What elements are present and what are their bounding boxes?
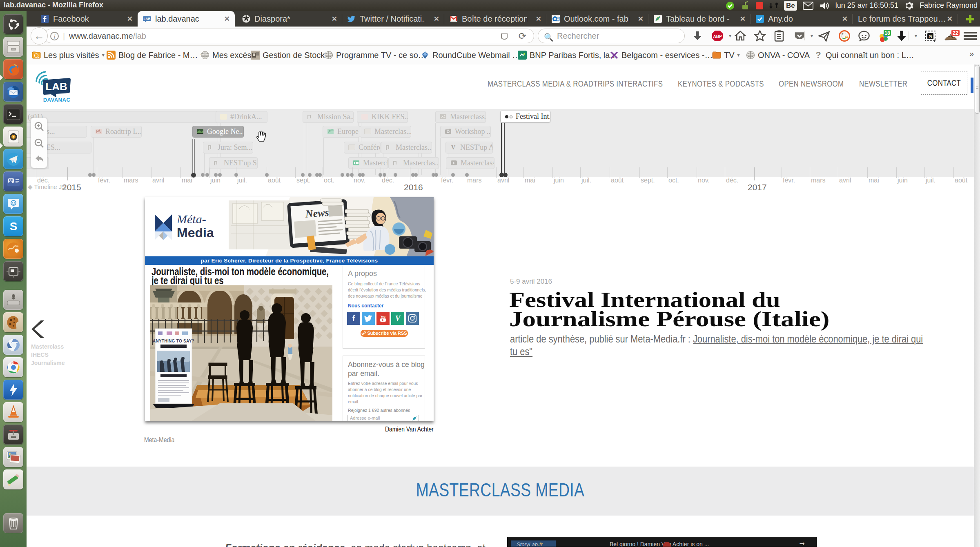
svg-text:Media: Media xyxy=(177,225,214,240)
svg-text:Méta-: Méta- xyxy=(176,212,206,226)
svg-text:You: You xyxy=(381,315,385,318)
svg-text:18: 18 xyxy=(884,30,890,36)
svg-text:S: S xyxy=(9,220,17,233)
svg-text:ABP: ABP xyxy=(713,34,722,39)
svg-text:LAB: LAB xyxy=(144,17,151,21)
svg-text:N: N xyxy=(929,33,932,39)
svg-text:22: 22 xyxy=(953,30,958,36)
svg-text:News: News xyxy=(305,207,330,220)
svg-text:ANYTHING TO SAY?: ANYTHING TO SAY? xyxy=(153,339,194,343)
